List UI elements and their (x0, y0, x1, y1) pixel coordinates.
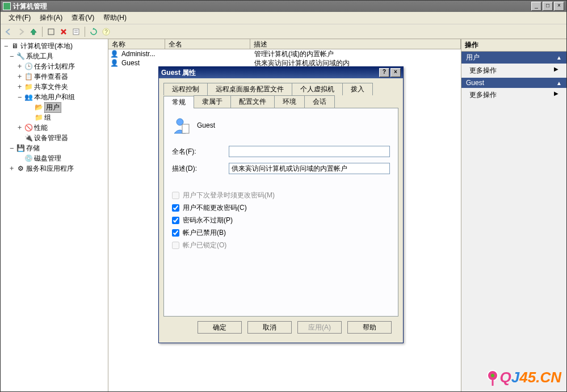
tab-environment[interactable]: 环境 (274, 95, 305, 108)
dialog-title: Guest 属性 (161, 68, 378, 78)
chk-never-expire[interactable] (172, 217, 179, 224)
actions-section-users[interactable]: 用户▲ (461, 52, 566, 64)
computer-icon: 🖥 (10, 41, 19, 50)
toolbar-icon[interactable] (45, 26, 57, 37)
tree-performance[interactable]: +🚫性能 (1, 123, 108, 133)
svg-rect-7 (182, 124, 189, 133)
tab-personal-vm[interactable]: 个人虚拟机 (292, 83, 343, 95)
tab-memberof[interactable]: 隶属于 (194, 95, 231, 108)
user-icon: 👤 (110, 50, 118, 58)
chk-must-change (172, 192, 179, 199)
dialog-help-button[interactable]: ? (379, 68, 389, 77)
maximize-button[interactable]: □ (543, 2, 553, 11)
menu-file[interactable]: 文件(F) (4, 12, 35, 24)
tree-groups[interactable]: 📁组 (1, 112, 108, 123)
user-large-icon (172, 116, 190, 134)
folder-share-icon: 📁 (24, 82, 33, 91)
arrow-right-icon: ▶ (554, 66, 558, 75)
user-icon: 👤 (110, 59, 118, 67)
chk-cannot-change[interactable] (172, 204, 179, 212)
tools-icon: 🔧 (16, 52, 25, 61)
apply-button: 应用(A) (297, 321, 342, 334)
app-icon (3, 2, 11, 10)
tab-page-general: Guest 全名(F): 描述(D): 用户下次登录时须更改密码(M) 用户不能… (163, 108, 398, 317)
chk-disabled[interactable] (172, 229, 179, 237)
tabs-row2: 常规 隶属于 配置文件 环境 会话 (163, 95, 398, 108)
tree-services-apps[interactable]: +⚙服务和应用程序 (1, 163, 108, 174)
tree-event-viewer[interactable]: +📋事件查看器 (1, 71, 108, 82)
col-name[interactable]: 名称 (108, 39, 165, 49)
tab-dialin[interactable]: 拨入 (342, 83, 373, 95)
more-actions-users[interactable]: 更多操作▶ (461, 64, 566, 78)
menu-help[interactable]: 帮助(H) (99, 12, 131, 24)
fullname-input[interactable] (229, 146, 390, 157)
col-desc[interactable]: 描述 (250, 39, 461, 49)
tab-session[interactable]: 会话 (304, 95, 335, 108)
col-fullname[interactable]: 全名 (165, 39, 250, 49)
pin-icon (486, 370, 499, 386)
window-title: 计算机管理 (13, 2, 530, 11)
description-input[interactable] (229, 163, 390, 174)
tab-rds-profile[interactable]: 远程桌面服务配置文件 (207, 83, 292, 95)
clock-icon: 🕒 (24, 62, 33, 71)
menubar: 文件(F) 操作(A) 查看(V) 帮助(H) (1, 12, 566, 24)
watermark: QJ45.CN (486, 369, 561, 386)
dialog-close-button[interactable]: × (390, 68, 401, 77)
tab-general[interactable]: 常规 (163, 96, 194, 108)
actions-pane: 操作 用户▲ 更多操作▶ Guest▲ 更多操作▶ (461, 39, 566, 391)
titlebar: 计算机管理 _ □ × (1, 1, 566, 12)
tab-profile[interactable]: 配置文件 (230, 95, 275, 108)
users-icon: 👥 (24, 92, 33, 102)
menu-action[interactable]: 操作(A) (35, 12, 67, 24)
dialog-titlebar: Guest 属性 ? × (159, 67, 403, 78)
tree-local-users[interactable]: −👥本地用户和组 (1, 92, 108, 102)
tree-users[interactable]: 📂用户 (1, 102, 108, 112)
properties-dialog: Guest 属性 ? × 远程控制 远程桌面服务配置文件 个人虚拟机 拨入 常规… (158, 66, 404, 343)
properties-button[interactable] (70, 26, 82, 37)
minimize-button[interactable]: _ (531, 2, 541, 11)
forward-button (15, 26, 27, 37)
description-label: 描述(D): (172, 164, 229, 174)
collapse-icon: ▲ (556, 54, 562, 61)
folder-icon: 📂 (34, 103, 43, 112)
collapse-icon: ▲ (556, 80, 562, 86)
tree-device-manager[interactable]: 🔌设备管理器 (1, 133, 108, 143)
actions-section-guest[interactable]: Guest▲ (461, 78, 566, 88)
delete-button[interactable] (58, 26, 69, 37)
ok-button[interactable]: 确定 (198, 321, 242, 334)
tab-remote-control[interactable]: 远程控制 (163, 83, 208, 95)
tree-task-scheduler[interactable]: +🕒任务计划程序 (1, 61, 108, 71)
close-button[interactable]: × (554, 2, 564, 11)
list-header: 名称 全名 描述 (108, 39, 461, 49)
tree-storage[interactable]: −💾存储 (1, 143, 108, 153)
help-button[interactable]: 帮助 (347, 321, 392, 334)
services-icon: ⚙ (16, 164, 25, 173)
svg-point-9 (491, 374, 494, 377)
menu-view[interactable]: 查看(V) (67, 12, 99, 24)
refresh-button[interactable] (88, 26, 99, 37)
tabs-row1: 远程控制 远程桌面服务配置文件 个人虚拟机 拨入 (163, 83, 398, 95)
cancel-button[interactable]: 取消 (247, 321, 292, 334)
list-row[interactable]: 👤 Administr... 管理计算机(域)的内置帐户 (108, 49, 461, 58)
svg-rect-1 (73, 29, 79, 35)
tree-shared-folders[interactable]: +📁共享文件夹 (1, 82, 108, 92)
tree-disk-mgmt[interactable]: 💿磁盘管理 (1, 153, 108, 163)
more-actions-guest[interactable]: 更多操作▶ (461, 88, 566, 102)
tree-pane[interactable]: −🖥计算机管理(本地) −🔧系统工具 +🕒任务计划程序 +📋事件查看器 +📁共享… (1, 39, 108, 391)
back-button (3, 26, 14, 37)
arrow-right-icon: ▶ (554, 90, 558, 100)
dialog-buttons: 确定 取消 应用(A) 帮助 (163, 317, 398, 338)
up-button[interactable] (28, 26, 39, 37)
storage-icon: 💾 (16, 144, 25, 153)
svg-text:?: ? (104, 29, 108, 35)
toolbar: ? (1, 24, 566, 39)
chk-locked (172, 242, 179, 249)
tree-root[interactable]: −🖥计算机管理(本地) (1, 41, 108, 51)
tree-system-tools[interactable]: −🔧系统工具 (1, 51, 108, 61)
help-button[interactable]: ? (100, 26, 112, 37)
svg-rect-0 (48, 29, 54, 35)
device-icon: 🔌 (24, 133, 33, 142)
actions-header: 操作 (461, 39, 566, 52)
folder-icon: 📁 (34, 113, 43, 122)
disk-icon: 💿 (24, 154, 33, 163)
